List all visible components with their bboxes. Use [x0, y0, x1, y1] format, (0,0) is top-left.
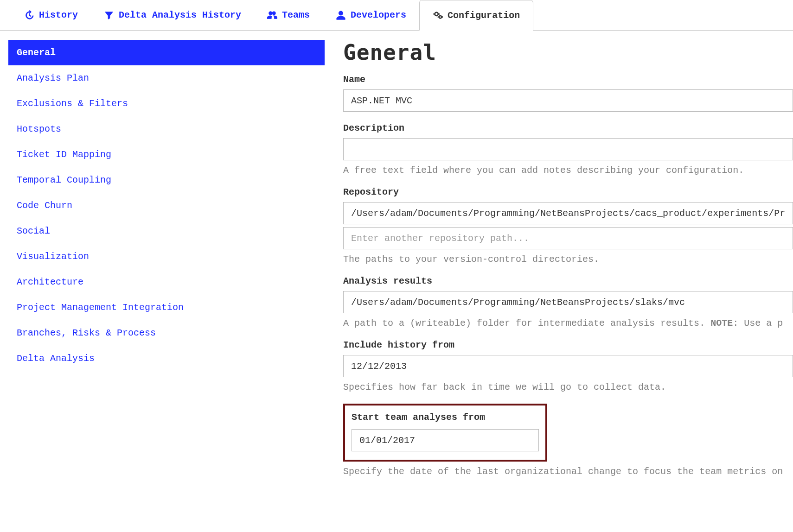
sidebar-item-code-churn[interactable]: Code Churn — [8, 193, 325, 218]
sidebar-item-visualization[interactable]: Visualization — [8, 244, 325, 269]
page-title: General — [343, 40, 793, 65]
description-help: A free text field where you can add note… — [343, 165, 793, 176]
include-history-help: Specifies how far back in time we will g… — [343, 382, 793, 393]
tab-history[interactable]: History — [11, 0, 91, 30]
gears-icon — [433, 10, 443, 20]
history-icon — [24, 10, 34, 20]
team-analyses-highlight: Start team analyses from — [343, 404, 547, 462]
sidebar-item-delta-analysis[interactable]: Delta Analysis — [8, 346, 325, 371]
sidebar-item-temporal-coupling[interactable]: Temporal Coupling — [8, 167, 325, 193]
results-label: Analysis results — [343, 276, 793, 286]
name-input[interactable] — [343, 89, 793, 112]
sidebar-item-general[interactable]: General — [8, 40, 325, 65]
tab-label: Delta Analysis History — [119, 10, 241, 20]
top-tabbar: History Delta Analysis History Teams Dev… — [0, 0, 793, 31]
tab-label: History — [39, 10, 78, 20]
sidebar-item-project-management[interactable]: Project Management Integration — [8, 295, 325, 320]
tab-configuration[interactable]: Configuration — [419, 0, 533, 31]
users-icon — [267, 10, 277, 20]
include-history-input[interactable] — [343, 355, 793, 377]
tab-label: Configuration — [448, 10, 520, 21]
team-analyses-label: Start team analyses from — [352, 412, 539, 423]
tab-label: Teams — [282, 10, 310, 20]
team-analyses-help: Specify the date of the last organizatio… — [343, 466, 793, 477]
repository-input[interactable] — [343, 202, 793, 224]
user-icon — [336, 10, 346, 20]
config-sidebar: General Analysis Plan Exclusions & Filte… — [0, 40, 325, 488]
sidebar-item-social[interactable]: Social — [8, 218, 325, 244]
description-label: Description — [343, 123, 793, 133]
tab-teams[interactable]: Teams — [254, 0, 323, 30]
results-help: A path to a (writeable) folder for inter… — [343, 318, 793, 329]
sidebar-item-hotspots[interactable]: Hotspots — [8, 116, 325, 142]
include-history-label: Include history from — [343, 340, 793, 350]
sidebar-item-ticket-id-mapping[interactable]: Ticket ID Mapping — [8, 142, 325, 167]
name-label: Name — [343, 74, 793, 85]
results-input[interactable] — [343, 291, 793, 313]
sidebar-item-branches-risks[interactable]: Branches, Risks & Process — [8, 320, 325, 346]
repository-extra-input[interactable] — [343, 227, 793, 249]
sidebar-item-analysis-plan[interactable]: Analysis Plan — [8, 65, 325, 91]
tab-delta-analysis-history[interactable]: Delta Analysis History — [91, 0, 254, 30]
sidebar-item-architecture[interactable]: Architecture — [8, 269, 325, 295]
config-form: General Name Description A free text fie… — [325, 40, 793, 488]
team-analyses-input[interactable] — [352, 429, 539, 451]
description-input[interactable] — [343, 138, 793, 160]
sidebar-item-exclusions-filters[interactable]: Exclusions & Filters — [8, 91, 325, 116]
tab-label: Developers — [351, 10, 406, 20]
repository-help: The paths to your version-control direct… — [343, 254, 793, 265]
tab-developers[interactable]: Developers — [323, 0, 419, 30]
filter-icon — [104, 10, 114, 20]
repository-label: Repository — [343, 187, 793, 197]
